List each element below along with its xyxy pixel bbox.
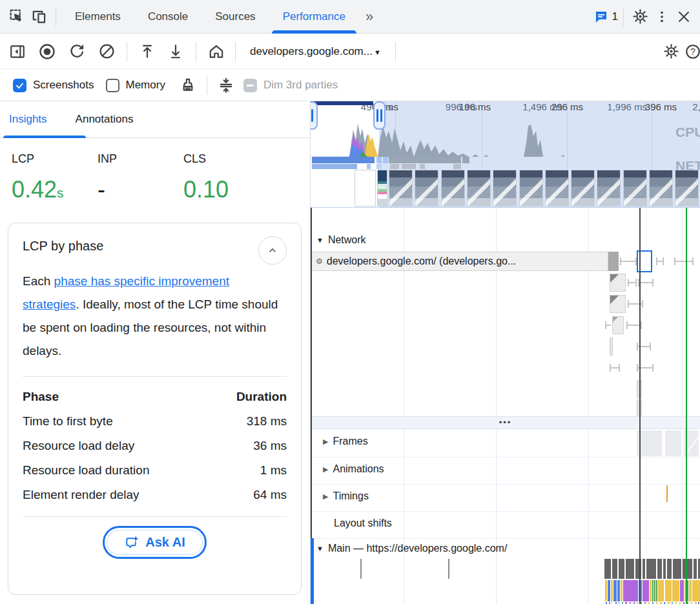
settings-gear-icon[interactable] (629, 6, 651, 28)
tab-sources[interactable]: Sources (201, 0, 269, 34)
profile-history-selector[interactable]: developers.google.com...▼ (243, 45, 387, 58)
flame-activity-segment[interactable] (665, 580, 672, 601)
flame-activity-segment[interactable] (692, 580, 700, 601)
track-network[interactable]: ▼Network (316, 234, 366, 246)
screenshots-checkbox[interactable] (13, 79, 26, 92)
capture-settings-gear-icon[interactable] (660, 41, 682, 63)
flame-task-segment[interactable] (687, 559, 692, 579)
track-timings[interactable]: ▶Timings (323, 490, 369, 502)
flame-task-segment[interactable] (612, 559, 617, 579)
flame-task-segment[interactable] (646, 559, 656, 579)
filmstrip-thumbnail[interactable] (545, 170, 569, 206)
garbage-collect-icon[interactable] (177, 74, 199, 96)
flame-task-segment[interactable] (604, 559, 611, 579)
collapse-tracks-icon[interactable] (215, 74, 237, 96)
selection-right-handle[interactable] (373, 101, 386, 130)
filmstrip-thumbnail[interactable] (675, 170, 699, 206)
download-profile-icon[interactable] (165, 41, 187, 63)
flame-task-segment[interactable] (663, 559, 666, 579)
flame-task-segment[interactable] (694, 559, 697, 579)
kebab-menu-icon[interactable] (651, 6, 673, 28)
close-devtools-icon[interactable] (673, 6, 695, 28)
flame-activity-segment[interactable] (650, 580, 652, 601)
tab-performance[interactable]: Performance (269, 0, 359, 34)
filmstrip-thumbnail[interactable] (649, 170, 673, 206)
collapse-triangle-icon[interactable]: ▼ (316, 545, 324, 552)
flame-task-segment[interactable] (626, 559, 634, 579)
flame-activity-segment[interactable] (672, 580, 679, 601)
filmstrip-thumbnail[interactable] (467, 170, 491, 206)
track-layout-shifts[interactable]: Layout shifts (334, 518, 392, 529)
device-toolbar-icon[interactable] (28, 6, 50, 28)
flame-activity-segment[interactable] (608, 580, 610, 601)
ask-ai-button[interactable]: Ask AI (103, 526, 207, 559)
flame-task-segment[interactable] (673, 559, 681, 579)
clear-icon[interactable] (96, 41, 118, 63)
filmstrip-thumbnail[interactable] (571, 170, 595, 206)
upload-profile-icon[interactable] (136, 41, 158, 63)
frame-block[interactable] (637, 430, 663, 456)
more-tabs-icon[interactable]: » (359, 8, 378, 25)
expand-triangle-icon[interactable]: ▶ (323, 438, 328, 445)
whisker-tick (628, 279, 629, 287)
flame-task-segment[interactable] (657, 559, 662, 579)
expand-triangle-icon[interactable]: ▶ (323, 465, 328, 473)
network-request-bar[interactable] (610, 295, 626, 313)
flame-task-segment[interactable] (619, 559, 624, 579)
help-icon[interactable]: ? (682, 41, 700, 63)
flame-activity-segment[interactable] (654, 580, 655, 601)
filmstrip-thumbnail[interactable] (623, 170, 647, 206)
record-icon[interactable] (36, 41, 58, 63)
filmstrip-thumbnail[interactable] (355, 170, 376, 206)
flame-activity-segment[interactable] (613, 580, 617, 601)
flame-task-segment[interactable] (643, 559, 645, 579)
flame-activity-segment[interactable] (621, 580, 623, 601)
track-animations[interactable]: ▶Animations (323, 463, 384, 475)
flame-task-segment[interactable] (635, 559, 641, 579)
filmstrip-thumbnail[interactable] (415, 170, 438, 206)
tab-annotations[interactable]: Annotations (76, 113, 134, 126)
track-main[interactable]: ▼Main — https://developers.google.com/ (316, 543, 507, 554)
toggle-sidebar-icon[interactable] (6, 41, 28, 63)
issues-counter[interactable]: 1 (593, 6, 618, 28)
flame-activity-segment[interactable] (656, 580, 657, 601)
network-request-bar[interactable] (612, 316, 624, 334)
filmstrip-thumbnail[interactable] (597, 170, 621, 206)
flame-activity-segment[interactable] (652, 580, 654, 601)
network-track-resizer[interactable]: ••• (311, 416, 700, 429)
tab-console[interactable]: Console (134, 0, 201, 34)
inspect-element-icon[interactable] (6, 6, 28, 28)
home-icon[interactable] (205, 41, 227, 63)
timeline-overview-minimap[interactable]: 496 ms996 ms1,496 ms1,996 ms2,496 msCPUN… (311, 101, 700, 207)
memory-checkbox[interactable] (106, 79, 119, 92)
track-frames[interactable]: ▶Frames (323, 436, 368, 447)
filmstrip-thumbnail[interactable] (519, 170, 543, 206)
filmstrip-thumbnail[interactable] (389, 170, 413, 206)
flame-activity-segment[interactable] (617, 580, 620, 601)
network-request-bar[interactable]: ⚙developers.google.com/ (developers.go..… (311, 252, 608, 271)
flame-activity-segment[interactable] (687, 580, 688, 601)
flame-activity-segment[interactable] (689, 580, 692, 601)
tab-insights[interactable]: Insights (9, 113, 47, 126)
expand-triangle-icon[interactable]: ▶ (323, 492, 328, 500)
flame-activity-segment[interactable] (658, 580, 664, 601)
network-request-bar[interactable] (610, 337, 613, 356)
filmstrip-thumbnail[interactable] (377, 170, 387, 206)
record-and-reload-icon[interactable] (66, 41, 88, 63)
flame-task-segment[interactable] (667, 559, 672, 579)
filmstrip-thumbnail[interactable] (441, 170, 465, 206)
collapse-card-button[interactable] (258, 236, 287, 265)
timing-marker[interactable] (666, 485, 668, 502)
tab-elements[interactable]: Elements (61, 0, 134, 34)
selection-left-handle[interactable] (311, 101, 318, 130)
filmstrip-thumbnail[interactable] (493, 170, 517, 206)
flame-activity-segment[interactable] (605, 580, 607, 601)
playhead-line[interactable] (639, 208, 641, 604)
flame-activity-segment[interactable] (623, 580, 638, 601)
flame-activity-segment[interactable] (680, 580, 684, 601)
network-request-bar[interactable] (610, 274, 626, 292)
flame-activity-segment[interactable] (643, 580, 649, 601)
flame-activity-segment[interactable] (611, 580, 613, 601)
collapse-triangle-icon[interactable]: ▼ (316, 236, 324, 244)
frame-block[interactable] (665, 430, 683, 456)
